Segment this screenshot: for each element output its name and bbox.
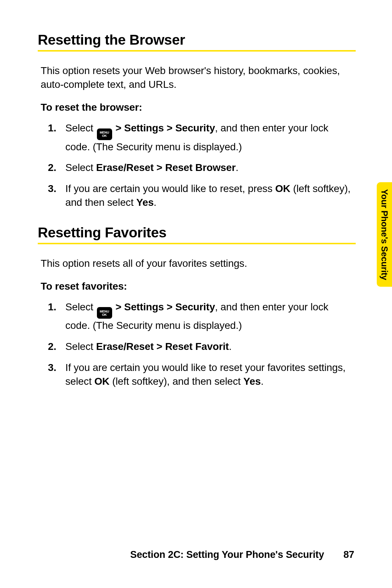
list-item: 2. Select Erase/Reset > Reset Favorit. — [48, 340, 356, 354]
step-number: 3. — [48, 361, 56, 375]
step-bold: Yes — [136, 197, 154, 208]
menu-ok-icon: MENUOK — [97, 128, 112, 140]
step-bold: > Settings > Security — [113, 301, 215, 313]
step-bold: > Settings > Security — [113, 122, 215, 134]
list-item: 3. If you are certain you would like to … — [48, 182, 356, 209]
side-tab: Your Phone's Security — [377, 182, 392, 287]
step-text: (left softkey), and then select — [110, 376, 244, 387]
section-heading: Resetting the Browser — [38, 32, 356, 52]
step-bold: Erase/Reset > Reset Browser — [96, 162, 236, 173]
step-text: . — [154, 197, 156, 208]
step-text: Select — [65, 341, 96, 352]
step-list: 1. Select MENUOK > Settings > Security, … — [48, 121, 356, 209]
list-item: 2. Select Erase/Reset > Reset Browser. — [48, 161, 356, 175]
step-number: 2. — [48, 340, 56, 354]
step-number: 1. — [48, 121, 56, 135]
section-resetting-favorites: Resetting Favorites This option resets a… — [38, 225, 356, 388]
section-subhead: To reset the browser: — [41, 102, 356, 113]
step-bold: Erase/Reset > Reset Favorit — [96, 341, 229, 352]
footer-section-label: Section 2C: Setting Your Phone's Securit… — [130, 549, 324, 560]
step-text: Select — [65, 122, 96, 134]
step-text: . — [261, 376, 264, 387]
step-text: If you are certain you would like to res… — [65, 183, 275, 194]
list-item: 1. Select MENUOK > Settings > Security, … — [48, 300, 356, 333]
section-heading: Resetting Favorites — [38, 225, 356, 244]
step-text: Select — [65, 162, 96, 173]
step-text: . — [236, 162, 238, 173]
step-text: . — [229, 341, 232, 352]
section-intro: This option resets your Web browser's hi… — [41, 64, 356, 91]
footer: Section 2C: Setting Your Phone's Securit… — [130, 549, 354, 560]
list-item: 1. Select MENUOK > Settings > Security, … — [48, 121, 356, 154]
step-bold: OK — [94, 376, 110, 387]
step-number: 3. — [48, 182, 56, 196]
step-number: 2. — [48, 161, 56, 175]
step-list: 1. Select MENUOK > Settings > Security, … — [48, 300, 356, 388]
section-intro: This option resets all of your favorites… — [41, 257, 356, 270]
list-item: 3. If you are certain you would like to … — [48, 361, 356, 388]
step-bold: OK — [275, 183, 290, 194]
step-bold: Yes — [244, 376, 261, 387]
page-number: 87 — [343, 549, 354, 560]
section-subhead: To reset favorites: — [41, 281, 356, 292]
step-text: Select — [65, 301, 96, 313]
section-resetting-browser: Resetting the Browser This option resets… — [38, 32, 356, 209]
step-number: 1. — [48, 300, 56, 314]
menu-ok-icon: MENUOK — [97, 307, 112, 319]
side-tab-label: Your Phone's Security — [379, 189, 389, 280]
